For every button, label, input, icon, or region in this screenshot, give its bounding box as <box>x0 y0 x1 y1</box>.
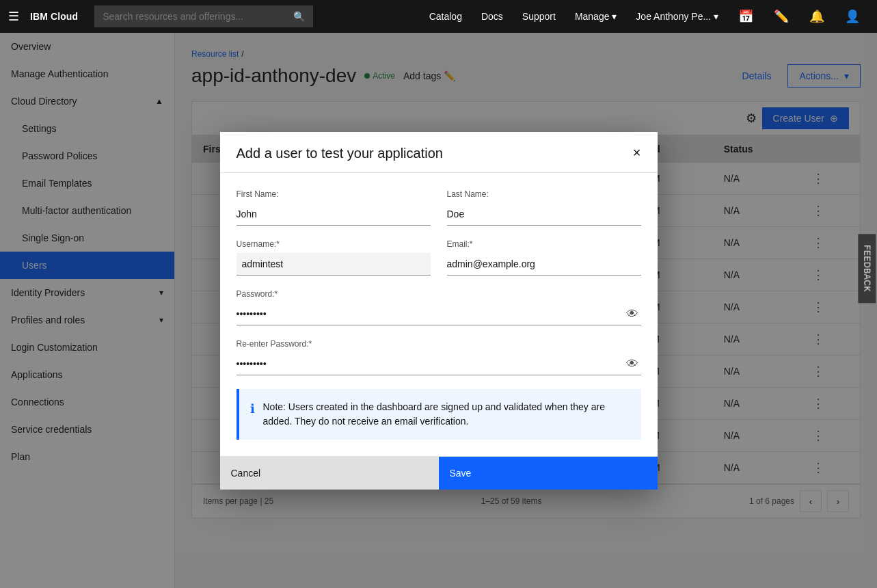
username-group: Username:* <box>237 239 431 276</box>
email-group: Email:* <box>447 239 641 276</box>
feedback-tab[interactable]: FEEDBACK <box>859 234 876 303</box>
nav-support[interactable]: Support <box>514 0 564 33</box>
first-name-group: First Name: <box>237 189 431 226</box>
nav-manage[interactable]: Manage ▾ <box>567 0 625 33</box>
cancel-button[interactable]: Cancel <box>220 457 439 490</box>
calendar-icon[interactable]: 📅 <box>729 0 762 33</box>
password-label: Password:* <box>237 289 641 299</box>
email-input[interactable] <box>447 253 641 276</box>
reenter-password-wrapper: 👁 <box>237 353 641 375</box>
notification-icon[interactable]: 🔔 <box>800 0 833 33</box>
add-user-modal: Add a user to test your application × Fi… <box>220 132 658 490</box>
password-row: Password:* 👁 <box>237 289 641 325</box>
info-text: Note: Users created in the dashboard are… <box>263 400 630 429</box>
password-wrapper: 👁 <box>237 303 641 325</box>
reenter-password-input[interactable] <box>237 353 641 375</box>
first-name-label: First Name: <box>237 189 431 199</box>
search-icon: 🔍 <box>293 11 305 22</box>
username-input[interactable] <box>237 253 431 276</box>
name-row: First Name: Last Name: <box>237 189 641 226</box>
password-group: Password:* 👁 <box>237 289 641 325</box>
nav-links: Catalog Docs Support Manage ▾ Joe Anthon… <box>421 0 869 33</box>
modal-close-button[interactable]: × <box>633 146 641 159</box>
edit-icon[interactable]: ✏️ <box>765 0 798 33</box>
user-avatar-icon[interactable]: 👤 <box>836 0 869 33</box>
modal-body: First Name: Last Name: Username:* Email:… <box>220 173 658 456</box>
menu-icon[interactable]: ☰ <box>8 9 19 24</box>
username-email-row: Username:* Email:* <box>237 239 641 276</box>
reenter-password-row: Re-enter Password:* 👁 <box>237 339 641 375</box>
brand-logo: IBM Cloud <box>30 11 78 22</box>
modal-header: Add a user to test your application × <box>220 132 658 173</box>
password-input[interactable] <box>237 303 641 325</box>
search-bar[interactable]: 🔍 <box>94 5 313 27</box>
last-name-input[interactable] <box>447 203 641 226</box>
save-button[interactable]: Save <box>439 457 658 490</box>
reenter-password-visibility-toggle[interactable]: 👁 <box>626 357 638 371</box>
nav-catalog[interactable]: Catalog <box>421 0 470 33</box>
modal-overlay: Add a user to test your application × Fi… <box>0 33 877 588</box>
modal-footer: Cancel Save <box>220 456 658 490</box>
info-icon: ℹ <box>250 401 255 416</box>
reenter-password-label: Re-enter Password:* <box>237 339 641 349</box>
first-name-input[interactable] <box>237 203 431 226</box>
last-name-label: Last Name: <box>447 189 641 199</box>
last-name-group: Last Name: <box>447 189 641 226</box>
nav-docs[interactable]: Docs <box>473 0 511 33</box>
top-navigation: ☰ IBM Cloud 🔍 Catalog Docs Support Manag… <box>0 0 877 33</box>
search-input[interactable] <box>103 11 288 22</box>
username-label: Username:* <box>237 239 431 249</box>
modal-title: Add a user to test your application <box>237 146 443 161</box>
info-banner: ℹ Note: Users created in the dashboard a… <box>237 389 641 440</box>
nav-user[interactable]: Joe Anthony Pe... ▾ <box>628 0 727 33</box>
reenter-password-group: Re-enter Password:* 👁 <box>237 339 641 375</box>
email-label: Email:* <box>447 239 641 249</box>
password-visibility-toggle[interactable]: 👁 <box>626 307 638 321</box>
